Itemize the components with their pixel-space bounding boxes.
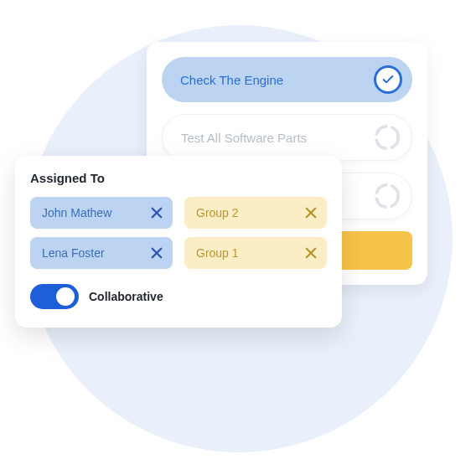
chip-label: Group 2 [196, 206, 239, 219]
toggle-knob [56, 287, 75, 306]
close-icon[interactable] [303, 205, 318, 220]
chip-label: John Mathew [42, 206, 111, 219]
chip-label: Group 1 [196, 246, 239, 260]
collaborative-row: Collaborative [30, 284, 327, 309]
chip-grid: John Mathew Group 2 Lena Foster Group 1 [30, 197, 327, 269]
assignee-chip-person[interactable]: Lena Foster [30, 237, 173, 269]
assignee-chip-group[interactable]: Group 1 [184, 237, 327, 269]
assigned-to-title: Assigned To [30, 171, 327, 185]
assigned-to-card: Assigned To John Mathew Group 2 Lena Fos… [15, 156, 342, 328]
assignee-chip-person[interactable]: John Mathew [30, 197, 173, 229]
close-icon[interactable] [303, 245, 318, 261]
collaborative-toggle[interactable] [30, 284, 79, 309]
assignee-chip-group[interactable]: Group 2 [184, 197, 327, 229]
svg-point-0 [376, 126, 398, 148]
task-item[interactable]: Test All Software Parts [162, 114, 412, 161]
close-icon[interactable] [149, 205, 164, 220]
empty-circle-icon [373, 123, 401, 152]
empty-circle-icon [373, 182, 401, 210]
check-circle-icon [374, 65, 402, 94]
task-item[interactable]: Check The Engine [162, 57, 412, 102]
chip-label: Lena Foster [42, 246, 105, 260]
close-icon[interactable] [149, 245, 164, 261]
task-label: Check The Engine [180, 73, 283, 87]
task-label: Test All Software Parts [181, 131, 307, 145]
svg-point-1 [376, 185, 398, 207]
collaborative-label: Collaborative [89, 290, 163, 303]
